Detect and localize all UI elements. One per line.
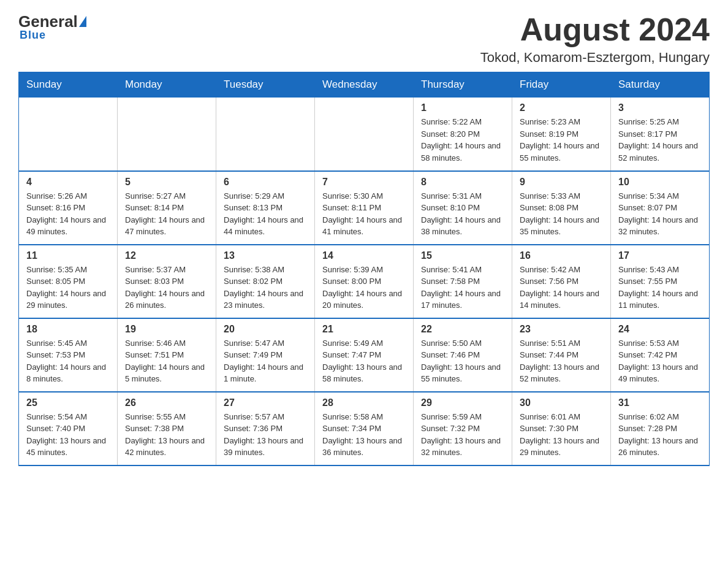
week-row-4: 18Sunrise: 5:45 AM Sunset: 7:53 PM Dayli… xyxy=(19,318,710,392)
title-block: August 2024 Tokod, Komarom-Esztergom, Hu… xyxy=(480,12,710,66)
day-cell: 8Sunrise: 5:31 AM Sunset: 8:10 PM Daylig… xyxy=(414,171,512,245)
day-number: 26 xyxy=(125,397,208,408)
day-info: Sunrise: 5:33 AM Sunset: 8:08 PM Dayligh… xyxy=(520,190,603,238)
calendar-subtitle: Tokod, Komarom-Esztergom, Hungary xyxy=(480,50,710,66)
day-cell: 25Sunrise: 5:54 AM Sunset: 7:40 PM Dayli… xyxy=(19,392,118,465)
calendar-table: SundayMondayTuesdayWednesdayThursdayFrid… xyxy=(18,72,710,466)
calendar-header: SundayMondayTuesdayWednesdayThursdayFrid… xyxy=(19,72,710,98)
week-row-5: 25Sunrise: 5:54 AM Sunset: 7:40 PM Dayli… xyxy=(19,392,710,465)
day-number: 4 xyxy=(26,177,110,188)
day-cell: 23Sunrise: 5:51 AM Sunset: 7:44 PM Dayli… xyxy=(512,318,611,392)
day-cell: 12Sunrise: 5:37 AM Sunset: 8:03 PM Dayli… xyxy=(118,245,216,318)
day-info: Sunrise: 5:23 AM Sunset: 8:19 PM Dayligh… xyxy=(520,116,603,164)
day-number: 11 xyxy=(26,250,110,261)
day-info: Sunrise: 5:34 AM Sunset: 8:07 PM Dayligh… xyxy=(618,190,702,238)
week-row-1: 1Sunrise: 5:22 AM Sunset: 8:20 PM Daylig… xyxy=(19,98,710,171)
day-info: Sunrise: 5:22 AM Sunset: 8:20 PM Dayligh… xyxy=(421,116,504,164)
day-cell: 18Sunrise: 5:45 AM Sunset: 7:53 PM Dayli… xyxy=(19,318,118,392)
day-cell: 24Sunrise: 5:53 AM Sunset: 7:42 PM Dayli… xyxy=(611,318,710,392)
week-row-2: 4Sunrise: 5:26 AM Sunset: 8:16 PM Daylig… xyxy=(19,171,710,245)
day-cell xyxy=(315,98,414,171)
day-number: 18 xyxy=(26,324,110,335)
day-cell: 16Sunrise: 5:42 AM Sunset: 7:56 PM Dayli… xyxy=(512,245,611,318)
day-number: 7 xyxy=(322,177,406,188)
day-info: Sunrise: 5:30 AM Sunset: 8:11 PM Dayligh… xyxy=(322,190,406,238)
day-cell: 30Sunrise: 6:01 AM Sunset: 7:30 PM Dayli… xyxy=(512,392,611,465)
day-number: 1 xyxy=(421,102,504,113)
logo-blue: Blue xyxy=(20,29,46,42)
day-number: 21 xyxy=(322,324,406,335)
day-cell: 1Sunrise: 5:22 AM Sunset: 8:20 PM Daylig… xyxy=(414,98,512,171)
day-info: Sunrise: 5:35 AM Sunset: 8:05 PM Dayligh… xyxy=(26,264,110,312)
day-info: Sunrise: 5:25 AM Sunset: 8:17 PM Dayligh… xyxy=(618,116,702,164)
day-number: 15 xyxy=(421,250,504,261)
day-number: 8 xyxy=(421,177,504,188)
day-cell: 17Sunrise: 5:43 AM Sunset: 7:55 PM Dayli… xyxy=(611,245,710,318)
header-day-friday: Friday xyxy=(512,72,611,98)
day-cell: 2Sunrise: 5:23 AM Sunset: 8:19 PM Daylig… xyxy=(512,98,611,171)
day-cell: 21Sunrise: 5:49 AM Sunset: 7:47 PM Dayli… xyxy=(315,318,414,392)
day-cell: 26Sunrise: 5:55 AM Sunset: 7:38 PM Dayli… xyxy=(118,392,216,465)
day-info: Sunrise: 5:26 AM Sunset: 8:16 PM Dayligh… xyxy=(26,190,110,238)
day-cell xyxy=(19,98,118,171)
day-cell: 27Sunrise: 5:57 AM Sunset: 7:36 PM Dayli… xyxy=(216,392,315,465)
day-cell: 15Sunrise: 5:41 AM Sunset: 7:58 PM Dayli… xyxy=(414,245,512,318)
day-number: 22 xyxy=(421,324,504,335)
day-cell: 4Sunrise: 5:26 AM Sunset: 8:16 PM Daylig… xyxy=(19,171,118,245)
day-cell: 9Sunrise: 5:33 AM Sunset: 8:08 PM Daylig… xyxy=(512,171,611,245)
day-cell xyxy=(118,98,216,171)
day-info: Sunrise: 5:49 AM Sunset: 7:47 PM Dayligh… xyxy=(322,337,406,385)
day-number: 19 xyxy=(125,324,208,335)
day-cell: 31Sunrise: 6:02 AM Sunset: 7:28 PM Dayli… xyxy=(611,392,710,465)
day-number: 28 xyxy=(322,397,406,408)
day-cell: 10Sunrise: 5:34 AM Sunset: 8:07 PM Dayli… xyxy=(611,171,710,245)
day-cell: 5Sunrise: 5:27 AM Sunset: 8:14 PM Daylig… xyxy=(118,171,216,245)
logo: General Blue xyxy=(18,12,86,42)
day-cell: 11Sunrise: 5:35 AM Sunset: 8:05 PM Dayli… xyxy=(19,245,118,318)
day-info: Sunrise: 5:45 AM Sunset: 7:53 PM Dayligh… xyxy=(26,337,110,385)
day-cell: 13Sunrise: 5:38 AM Sunset: 8:02 PM Dayli… xyxy=(216,245,315,318)
day-number: 10 xyxy=(618,177,702,188)
day-info: Sunrise: 5:38 AM Sunset: 8:02 PM Dayligh… xyxy=(224,264,307,312)
day-number: 13 xyxy=(224,250,307,261)
day-info: Sunrise: 5:55 AM Sunset: 7:38 PM Dayligh… xyxy=(125,411,208,459)
day-info: Sunrise: 5:42 AM Sunset: 7:56 PM Dayligh… xyxy=(520,264,603,312)
day-info: Sunrise: 5:50 AM Sunset: 7:46 PM Dayligh… xyxy=(421,337,504,385)
day-info: Sunrise: 5:41 AM Sunset: 7:58 PM Dayligh… xyxy=(421,264,504,312)
header-day-sunday: Sunday xyxy=(19,72,118,98)
day-number: 27 xyxy=(224,397,307,408)
header-row: SundayMondayTuesdayWednesdayThursdayFrid… xyxy=(19,72,710,98)
day-cell: 19Sunrise: 5:46 AM Sunset: 7:51 PM Dayli… xyxy=(118,318,216,392)
day-number: 14 xyxy=(322,250,406,261)
day-info: Sunrise: 5:51 AM Sunset: 7:44 PM Dayligh… xyxy=(520,337,603,385)
day-info: Sunrise: 5:58 AM Sunset: 7:34 PM Dayligh… xyxy=(322,411,406,459)
day-number: 31 xyxy=(618,397,702,408)
calendar-body: 1Sunrise: 5:22 AM Sunset: 8:20 PM Daylig… xyxy=(19,98,710,465)
day-info: Sunrise: 5:47 AM Sunset: 7:49 PM Dayligh… xyxy=(224,337,307,385)
day-cell: 7Sunrise: 5:30 AM Sunset: 8:11 PM Daylig… xyxy=(315,171,414,245)
day-number: 17 xyxy=(618,250,702,261)
day-info: Sunrise: 5:29 AM Sunset: 8:13 PM Dayligh… xyxy=(224,190,307,238)
day-info: Sunrise: 5:57 AM Sunset: 7:36 PM Dayligh… xyxy=(224,411,307,459)
week-row-3: 11Sunrise: 5:35 AM Sunset: 8:05 PM Dayli… xyxy=(19,245,710,318)
day-cell: 3Sunrise: 5:25 AM Sunset: 8:17 PM Daylig… xyxy=(611,98,710,171)
day-cell: 20Sunrise: 5:47 AM Sunset: 7:49 PM Dayli… xyxy=(216,318,315,392)
day-number: 5 xyxy=(125,177,208,188)
day-cell: 28Sunrise: 5:58 AM Sunset: 7:34 PM Dayli… xyxy=(315,392,414,465)
day-number: 25 xyxy=(26,397,110,408)
day-cell: 6Sunrise: 5:29 AM Sunset: 8:13 PM Daylig… xyxy=(216,171,315,245)
day-number: 30 xyxy=(520,397,603,408)
day-number: 23 xyxy=(520,324,603,335)
day-cell: 29Sunrise: 5:59 AM Sunset: 7:32 PM Dayli… xyxy=(414,392,512,465)
day-number: 6 xyxy=(224,177,307,188)
header-day-wednesday: Wednesday xyxy=(315,72,414,98)
day-number: 24 xyxy=(618,324,702,335)
day-cell xyxy=(216,98,315,171)
day-info: Sunrise: 5:59 AM Sunset: 7:32 PM Dayligh… xyxy=(421,411,504,459)
logo-triangle-icon xyxy=(79,16,86,27)
day-info: Sunrise: 5:37 AM Sunset: 8:03 PM Dayligh… xyxy=(125,264,208,312)
day-cell: 22Sunrise: 5:50 AM Sunset: 7:46 PM Dayli… xyxy=(414,318,512,392)
day-number: 9 xyxy=(520,177,603,188)
day-info: Sunrise: 5:31 AM Sunset: 8:10 PM Dayligh… xyxy=(421,190,504,238)
header-day-thursday: Thursday xyxy=(414,72,512,98)
